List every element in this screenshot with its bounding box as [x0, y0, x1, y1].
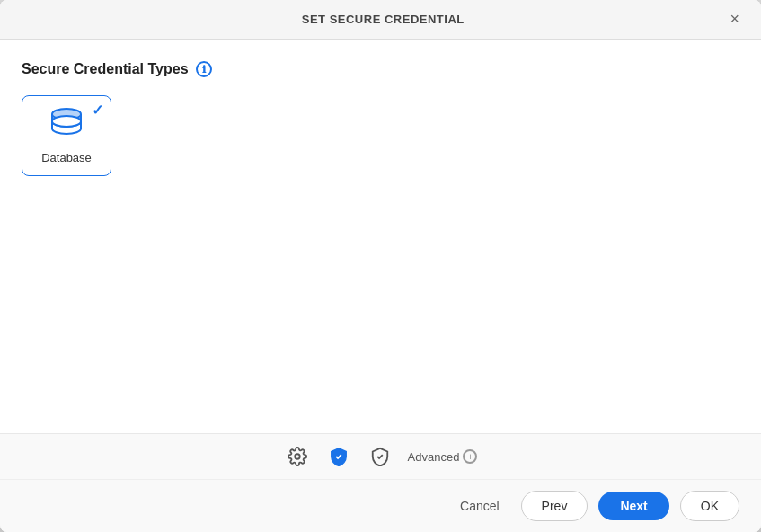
info-icon[interactable]: ℹ: [196, 61, 212, 77]
close-button[interactable]: ×: [726, 6, 743, 32]
advanced-label: Advanced: [408, 450, 460, 464]
set-secure-credential-dialog: SET SECURE CREDENTIAL × Secure Credentia…: [0, 0, 761, 532]
settings-icon[interactable]: [284, 443, 311, 470]
dialog-title: SET SECURE CREDENTIAL: [40, 13, 726, 26]
database-icon: [49, 108, 84, 144]
section-title-row: Secure Credential Types ℹ: [22, 61, 739, 77]
advanced-plus-icon: +: [463, 449, 477, 464]
credential-card-database-label: Database: [41, 151, 92, 164]
dialog-header: SET SECURE CREDENTIAL ×: [0, 0, 761, 40]
credential-card-database[interactable]: ✓ Database: [22, 95, 111, 176]
cancel-button[interactable]: Cancel: [449, 492, 510, 520]
selected-checkmark: ✓: [92, 102, 103, 119]
footer-toolbar: Advanced +: [0, 434, 761, 480]
dialog-footer: Advanced + Cancel Prev Next OK: [0, 433, 761, 532]
shield-filled-icon[interactable]: [325, 443, 352, 470]
ok-button[interactable]: OK: [680, 491, 739, 521]
prev-button[interactable]: Prev: [521, 491, 588, 521]
svg-point-3: [52, 116, 81, 127]
svg-point-4: [295, 454, 300, 459]
footer-actions: Cancel Prev Next OK: [0, 480, 761, 532]
advanced-button[interactable]: Advanced +: [408, 449, 478, 464]
dialog-body: Secure Credential Types ℹ ✓ Databas: [0, 40, 761, 433]
credential-grid: ✓ Database: [22, 95, 739, 176]
shield-outline-icon[interactable]: [367, 443, 394, 470]
next-button[interactable]: Next: [598, 492, 668, 520]
section-title-text: Secure Credential Types: [22, 61, 189, 77]
